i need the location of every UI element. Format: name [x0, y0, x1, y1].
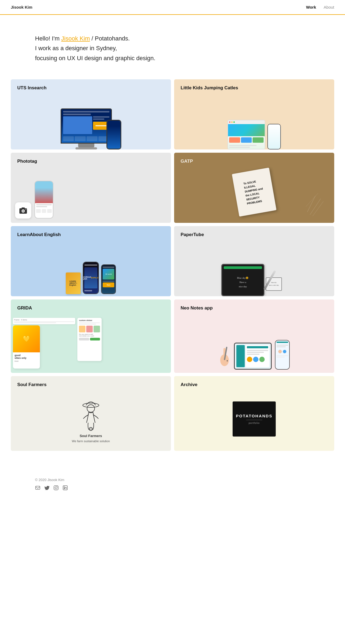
- nav-logo[interactable]: Jisook Kim: [11, 5, 32, 9]
- hero-suffix: / Potatohands.: [90, 35, 130, 42]
- svg-point-14: [87, 405, 95, 412]
- soul-farmers-icon: [75, 397, 107, 432]
- nav-link-about[interactable]: About: [324, 5, 334, 9]
- phone-device-uts: [106, 120, 121, 149]
- svg-point-18: [55, 487, 57, 489]
- card-grida-title: GRIDA: [11, 299, 171, 314]
- card-gatp-visual: To SOLVEILLEGALDUMPING andthe LOCALSECUR…: [174, 167, 334, 223]
- svg-rect-16: [36, 486, 40, 489]
- card-soul-visual: Soul Farmers We farm sustainable solutio…: [11, 390, 171, 451]
- neo-tablet: [234, 343, 272, 370]
- svg-rect-4: [25, 209, 26, 210]
- camera-icon: [15, 202, 31, 219]
- phototag-phone: [34, 181, 53, 219]
- hero-text: Hello! I'm Jisook Kim / Potatohands. I w…: [35, 34, 310, 63]
- card-neo[interactable]: Neo Notes app: [174, 299, 334, 373]
- grida-product-card: 💛 goodvibes only love: [13, 325, 40, 369]
- hero-name-link[interactable]: Jisook Kim: [61, 35, 90, 42]
- card-gatp-title: GATP: [174, 153, 334, 167]
- card-grida-visual: Frame · 4 items 💛 goodvibes only love cu…: [11, 314, 171, 373]
- card-soul-title: Soul Farmers: [11, 376, 171, 390]
- svg-rect-3: [22, 207, 25, 209]
- card-archive[interactable]: Archive POTATOHANDS portfolio: [174, 376, 334, 451]
- linkedin-icon[interactable]: [63, 485, 68, 490]
- card-uts-title: UTS Insearch: [11, 79, 171, 93]
- learn-book: LEARNABOUTEnglish1: [66, 272, 81, 294]
- footer-copyright: © 2020 Jisook Kim: [35, 478, 310, 482]
- svg-rect-21: [64, 487, 65, 489]
- hero-section: Hello! I'm Jisook Kim / Potatohands. I w…: [0, 15, 345, 79]
- hand-icon: [219, 345, 231, 370]
- card-gatp[interactable]: GATP To SOLVEILLEGALDUMPING andthe LOCAL…: [174, 153, 334, 223]
- archive-divider: [246, 420, 262, 420]
- svg-point-13: [83, 403, 99, 407]
- card-learn[interactable]: LearnAbout English LEARNABOUTEnglish1 Le…: [11, 226, 171, 296]
- svg-point-2: [22, 210, 24, 212]
- card-phototag[interactable]: Phototag: [11, 153, 171, 223]
- kids-phone: [267, 124, 281, 149]
- card-soul[interactable]: Soul Farmers: [11, 376, 171, 451]
- gatp-sketch-icon: [305, 190, 326, 217]
- card-phototag-visual: [11, 167, 171, 223]
- svg-line-8: [306, 193, 318, 207]
- learn-phone2: 3D world Start: [101, 264, 116, 294]
- nav-links: Work About: [306, 5, 334, 9]
- footer: © 2020 Jisook Kim: [0, 467, 345, 499]
- svg-line-7: [313, 201, 323, 216]
- monitor-device: [61, 108, 112, 144]
- card-papertube-title: PaperTube: [174, 226, 334, 240]
- card-learn-visual: LEARNABOUTEnglish1 LearnAboutEnglishEXPL…: [11, 240, 171, 296]
- card-papertube-visual: Blue sky🌞Have anice day blue skyhave a n…: [174, 240, 334, 296]
- soul-text-sub: We farm sustainable solution: [72, 439, 110, 443]
- hero-line2: I work as a designer in Sydney,: [35, 45, 117, 52]
- svg-point-19: [57, 486, 58, 487]
- neo-phone: [275, 340, 290, 370]
- mail-icon[interactable]: [35, 485, 40, 490]
- card-uts[interactable]: UTS Insearch: [11, 79, 171, 149]
- navbar: Jisook Kim Work About: [0, 0, 345, 15]
- card-kids[interactable]: Little Kids Jumping Catles: [174, 79, 334, 149]
- footer-social-icons: [35, 485, 310, 490]
- card-archive-visual: POTATOHANDS portfolio: [174, 390, 334, 451]
- kids-browser: [227, 120, 265, 149]
- twitter-icon[interactable]: [44, 485, 50, 490]
- grida-panel: custom sticker Do you want to addone sti…: [77, 318, 102, 361]
- hero-prefix: Hello! I'm: [35, 35, 61, 42]
- soul-text-main: Soul Farmers: [80, 434, 102, 438]
- archive-portfolio-block: POTATOHANDS portfolio: [233, 401, 276, 437]
- card-neo-title: Neo Notes app: [174, 299, 334, 314]
- archive-title-text: POTATOHANDS: [236, 414, 272, 418]
- instagram-icon[interactable]: [53, 485, 59, 490]
- portfolio-grid: UTS Insearch: [0, 79, 345, 467]
- card-kids-visual: [174, 93, 334, 149]
- nav-link-work[interactable]: Work: [306, 5, 316, 9]
- svg-point-22: [64, 486, 65, 487]
- papertube-tablet: Blue sky🌞Have anice day: [221, 264, 264, 296]
- card-neo-visual: [174, 314, 334, 373]
- archive-sub-text: portfolio: [249, 422, 260, 424]
- card-phototag-title: Phototag: [11, 153, 171, 167]
- card-uts-visual: [11, 93, 171, 149]
- card-learn-title: LearnAbout English: [11, 226, 171, 240]
- svg-rect-17: [54, 486, 58, 490]
- gatp-book: To SOLVEILLEGALDUMPING andthe LOCALSECUR…: [232, 168, 277, 217]
- card-papertube[interactable]: PaperTube Blue sky🌞Have anice day blue s…: [174, 226, 334, 296]
- hero-line3: focusing on UX UI design and graphic des…: [35, 55, 155, 62]
- card-grida[interactable]: GRIDA Frame · 4 items 💛 goodvibes only l…: [11, 299, 171, 373]
- card-archive-title: Archive: [174, 376, 334, 390]
- learn-phone1: LearnAboutEnglishEXPLORE: [83, 262, 99, 294]
- card-kids-title: Little Kids Jumping Catles: [174, 79, 334, 93]
